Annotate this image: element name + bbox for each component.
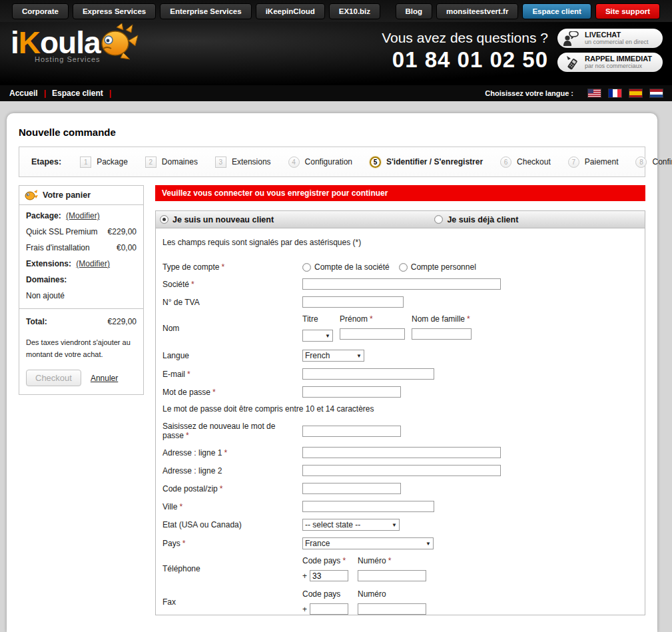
existing-client-radio[interactable] [434,215,443,224]
checkout-button[interactable]: Checkout [26,370,81,386]
required-fields-note: Les champs requis sont signalés par des … [163,238,638,247]
cart-item-name: Quick SSL Premium [26,227,98,236]
fax-row: Fax Code pays + Numéro [163,589,638,615]
cancel-link[interactable]: Annuler [91,374,118,383]
phone-number-input[interactable] [358,570,426,581]
phone-callback-icon [563,55,580,70]
step-domaines[interactable]: 2 Domaines [145,157,198,168]
personal-account-radio[interactable] [399,263,408,272]
step-configuration[interactable]: 4 Configuration [288,157,352,168]
vat-row: N° de TVA [163,296,638,308]
new-client-radio[interactable] [160,215,168,224]
cart-domains-label: Domaines: [26,275,137,284]
step-number-badge: 3 [215,157,226,168]
rappel-subtitle: par nos commerciaux [585,63,652,69]
flag-es-icon[interactable] [629,89,642,97]
step-checkout[interactable]: 6 Checkout [500,157,551,168]
order-card: Nouvelle commande Etapes: 1 Package 2 Do… [7,113,657,632]
password-confirm-row: Saisissez de nouveau le mot de passe* [163,422,638,440]
flag-fr-icon[interactable] [609,89,621,97]
email-input[interactable] [302,368,434,380]
language-chooser-label: Choisissez votre langue : [485,89,573,97]
city-input[interactable] [302,501,434,512]
cart-extensions-row: Extensions: (Modifier) [26,259,137,268]
cart-item-price: €229,00 [108,227,137,236]
step-package[interactable]: 1 Package [80,157,128,168]
chevron-down-icon: ▼ [392,522,397,528]
fax-number-input[interactable] [358,603,426,615]
nav-espace-client[interactable]: Espace client [52,89,103,98]
phone-country-code-input[interactable] [310,570,348,581]
zip-input[interactable] [302,483,401,494]
nav-separator: | [44,89,46,98]
page-title: Nouvelle commande [19,127,645,138]
flag-nl-icon[interactable] [650,89,663,97]
phone-number: 01 84 01 02 50 [382,47,548,73]
tab-corporate[interactable]: Corporate [12,3,69,19]
step-confirmation[interactable]: 8 Confirmation [635,157,672,168]
step-sidentifier[interactable]: 5 S'identifier / S'enregistrer [370,157,483,168]
tab-blog[interactable]: Blog [396,3,433,19]
cart-fish-icon [25,190,38,200]
last-name-input[interactable] [412,328,472,340]
tab-express-services[interactable]: Express Services [73,3,156,19]
rappel-title: RAPPEL IMMEDIAT [585,55,652,63]
nav-accueil[interactable]: Accueil [9,89,38,98]
questions-text: Vous avez des questions ? [382,30,548,46]
fax-country-code-input[interactable] [310,603,348,615]
ikoula-logo[interactable]: iKoula Hosting Services [11,27,139,63]
address-line1-input[interactable] [302,447,501,458]
email-row: E-mail* [163,368,638,380]
password-row: Mot de passe* [163,386,638,398]
tab-new-client[interactable]: Je suis un nouveau client [160,215,274,224]
address2-row: Adresse : ligne 2 [163,465,638,476]
tab-ex10biz[interactable]: EX10.biz [329,3,380,19]
step-paiement[interactable]: 7 Paiement [568,157,619,168]
company-input[interactable] [302,278,501,290]
phone-row: Téléphone Code pays* + Numéro* [163,556,638,581]
tab-ikeepincloud[interactable]: iKeepinCloud [256,3,325,19]
tab-espace-client[interactable]: Espace client [522,3,591,19]
country-select[interactable]: France▼ [302,537,434,549]
livechat-button[interactable]: LIVECHAT un commercial en direct [557,29,663,48]
tax-note: Des taxes viendront s'ajouter au montant… [26,337,137,360]
password-input[interactable] [302,386,401,398]
flag-us-icon[interactable] [588,89,601,97]
vat-input[interactable] [302,296,404,308]
top-bar: Corporate Express Services Enterprise Se… [0,0,672,22]
tab-existing-client[interactable]: Je suis déjà client [434,215,518,224]
livechat-title: LIVECHAT [585,31,649,39]
title-select[interactable]: ▼ [302,330,333,342]
cart-total-value: €229,00 [108,317,137,326]
chevron-down-icon: ▼ [356,353,362,359]
step-number-badge: 8 [635,157,647,168]
step-number-badge: 7 [568,157,579,168]
cart-install-row: Frais d'installation €0,00 [26,243,137,252]
company-row: Société* [163,278,638,290]
address-line2-input[interactable] [302,465,501,476]
registration-panel: Je suis un nouveau client Je suis déjà c… [155,210,645,615]
login-required-banner: Veuillez vous connecter ou vous enregist… [155,185,645,201]
step-number-badge: 1 [80,157,91,168]
cart-item-row: Quick SSL Premium €229,00 [26,227,137,236]
step-number-badge: 2 [145,157,157,168]
language-select[interactable]: French▼ [302,350,364,362]
tab-site-support[interactable]: Site support [595,3,660,19]
modify-extensions-link[interactable]: (Modifier) [76,259,110,268]
account-type-row: Type de compte* Compte de la société Com… [163,262,638,272]
header: iKoula Hosting Services Vous avez des qu… [0,22,672,85]
nav-separator: | [109,89,111,98]
step-extensions[interactable]: 3 Extensions [215,157,271,168]
fish-mascot-icon [97,23,139,62]
rappel-immediat-button[interactable]: RAPPEL IMMEDIAT par nos commerciaux [557,53,663,72]
first-name-input[interactable] [340,328,405,340]
company-account-radio[interactable] [302,263,311,272]
chat-person-icon [563,31,580,46]
tab-monsiteestvert[interactable]: monsiteestvert.fr [436,3,518,19]
modify-package-link[interactable]: (Modifier) [66,211,100,220]
state-select[interactable]: -- select state --▼ [302,519,400,531]
cart-package-row: Package: (Modifier) [26,211,137,220]
tab-enterprise-services[interactable]: Enterprise Services [160,3,251,19]
password-confirm-input[interactable] [302,426,401,437]
chevron-down-icon: ▼ [426,541,431,547]
